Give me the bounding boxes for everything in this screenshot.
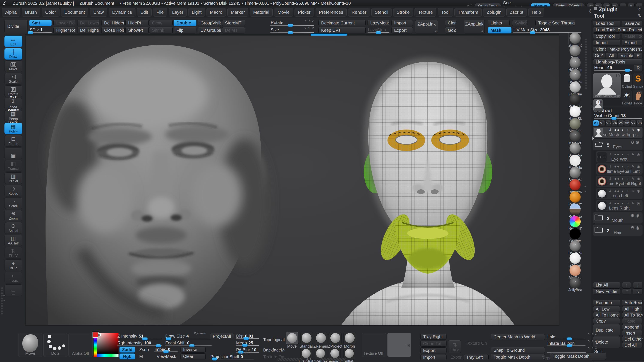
left-tool-polyf[interactable]: Line Fill▦PolyF <box>4 123 22 134</box>
mean-slider-knob[interactable] <box>242 344 248 347</box>
shelf-storemt[interactable]: StoreMT <box>222 20 245 26</box>
material-item-zbro_mo[interactable]: zbro_mo <box>568 32 582 45</box>
material-item-flatcolo[interactable]: FlatColo <box>568 155 582 167</box>
head-slider[interactable]: Head.49 <box>594 65 632 71</box>
subtool-row-lens-right[interactable]: Lens Right⇩ ●● ◐ ◑ ✎ ◉ <box>596 200 643 211</box>
subtool-row-realtime-eyeball-right[interactable]: Realtime Eyeball Right⇩ ●● ◐ ◑ ✎ ◉ <box>596 175 643 187</box>
left-tool-move[interactable]: MMove <box>4 60 22 72</box>
inflate-balloon-slider-track[interactable] <box>547 346 586 346</box>
brush-zremes-2[interactable] <box>315 348 326 360</box>
shelf-export[interactable]: Export <box>391 27 413 33</box>
left-tool-draw[interactable]: ┼Draw <box>4 48 22 60</box>
dist-slider-knob[interactable] <box>244 337 249 340</box>
zplugin-header[interactable]: Zplugin <box>599 6 618 12</box>
inflate-slider-knob[interactable] <box>566 337 572 340</box>
texture-on-dim-button[interactable]: Texture On <box>463 340 488 346</box>
tool-lightbox-tools[interactable]: Lightbox▶Tools <box>593 59 643 65</box>
shelf-divide[interactable]: Divide <box>4 20 28 33</box>
folder-gear-eye-icons[interactable]: ⚙◉ <box>631 225 641 230</box>
subtool-del-other[interactable]: Del Other <box>622 336 643 342</box>
subtool-rename[interactable]: Rename <box>593 300 620 305</box>
shelf-goz[interactable]: GoZ <box>445 27 456 33</box>
subtool-copy[interactable]: Copy <box>593 318 620 324</box>
tool-clone[interactable]: Clone <box>593 46 606 52</box>
menu-stencil[interactable]: Stencil <box>371 8 392 16</box>
material-item-jellybea[interactable]: JellyBea <box>568 277 582 289</box>
material-item-outline[interactable]: Outline <box>568 228 582 240</box>
menu-layer[interactable]: Layer <box>169 8 187 16</box>
material-item-hsvcolo[interactable]: HSVColo <box>568 69 582 81</box>
menu-dynamics[interactable]: Dynamics <box>109 8 136 16</box>
inflate-slider-track[interactable] <box>547 339 586 339</box>
subtool-tab-v7[interactable]: V7 <box>630 120 636 126</box>
menu-brush[interactable]: Brush <box>22 8 40 16</box>
shelf-flip[interactable]: Flip <box>174 27 196 33</box>
shelf-double[interactable]: Double <box>174 20 196 26</box>
material-item-normalr[interactable]: NormalR <box>568 216 582 228</box>
active-alpha-thumb[interactable]: Alpha Off <box>68 333 92 357</box>
subtool-row-hair[interactable]: Hair2⚙◉ <box>592 224 643 236</box>
menu-macro[interactable]: Macro <box>206 8 226 16</box>
left-tool-pt-sel[interactable]: ▥Pt Sel <box>4 172 22 184</box>
left-tool-rotate[interactable]: RRotate <box>4 85 22 97</box>
lazystep-slider-track[interactable] <box>368 32 390 33</box>
shelf-toggle-see-through[interactable]: Toggle See-Through <box>536 20 575 26</box>
left-tool-frame[interactable]: ⊡Frame <box>4 135 22 147</box>
export-dim-button[interactable]: Export <box>448 354 462 360</box>
left-tool-aahalf[interactable]: ◫AAHalf <box>4 235 22 246</box>
brush-inflat-2[interactable] <box>344 348 355 360</box>
projectall-button[interactable]: ProjectAll <box>210 333 234 339</box>
shelf-keep-uvs[interactable]: Keep UVs <box>318 27 366 33</box>
brush-move-1[interactable] <box>286 332 298 345</box>
subtool-tab-v4[interactable]: V4 <box>612 120 618 126</box>
subtool-tab-v3[interactable]: V3 <box>605 120 611 126</box>
z-intensity-slider-knob[interactable] <box>142 337 148 340</box>
left-tool-camera-icon[interactable]: ▣ <box>4 148 22 159</box>
mean-slider[interactable]: Mean25 <box>236 340 259 346</box>
tool-header[interactable]: Tool <box>594 13 604 19</box>
rgb-toggle[interactable]: Rgb <box>119 354 135 360</box>
material-item-satin[interactable]: Satin <box>568 45 582 57</box>
tool-load-tool[interactable]: Load Tool <box>593 20 620 26</box>
subtool-insert[interactable]: Insert <box>622 330 643 336</box>
subtool-up-icon[interactable]: ↑ <box>622 282 631 288</box>
subtool-tab-v2[interactable]: V2 <box>599 120 605 126</box>
folder-gear-eye-icons[interactable]: ⚙◉ <box>631 213 641 218</box>
subtool-enter-icon[interactable]: ⤷ <box>633 289 643 295</box>
lazystep-slider-knob[interactable] <box>376 31 381 34</box>
z-intensity-slider-track[interactable] <box>117 339 162 339</box>
visible-count-slider-track[interactable] <box>594 118 642 119</box>
zplugin-reload-icon[interactable]: ↻ <box>638 7 642 12</box>
left-tool-flip-v[interactable]: ⇅Flip V <box>4 247 22 259</box>
uv-map-size-slider-knob[interactable] <box>530 31 536 34</box>
sdiv-slider-track[interactable] <box>29 32 52 33</box>
brush-standar-1[interactable] <box>300 332 313 345</box>
tool-copy-tool[interactable]: Copy Tool <box>593 33 620 39</box>
bottom-tray-handle-left[interactable] <box>278 358 303 361</box>
menu-file[interactable]: File <box>153 8 167 16</box>
shelf-showpt[interactable]: ShowPt <box>125 27 148 33</box>
center-mesh-to-world-button[interactable]: Center Mesh to World <box>491 334 545 340</box>
inflate-slider[interactable]: flate <box>547 334 586 340</box>
menu-help[interactable]: Help <box>528 8 544 16</box>
left-tool-xpose[interactable]: ◇Xpose <box>4 185 22 196</box>
tool-export[interactable]: Export <box>622 40 643 45</box>
hue-strip-bottom[interactable] <box>97 354 118 357</box>
projectionshell-slider-knob[interactable] <box>212 358 217 361</box>
flip-v-button[interactable]: ⇅Flip V <box>448 340 461 353</box>
material-tray-arrow-left-icon[interactable]: ◂ <box>584 190 586 193</box>
m-toggle[interactable]: M <box>136 354 146 360</box>
menu-movie[interactable]: Movie <box>274 8 293 16</box>
left-tool-zoom[interactable]: ⊕Zoom <box>4 210 22 221</box>
sdiv-slider[interactable]: SDiv1 <box>29 27 52 33</box>
subtool-autoreorder[interactable]: AutoReorder <box>622 300 643 305</box>
menu-zscript[interactable]: Zscript <box>506 8 527 16</box>
texture-flyout-panel[interactable]: Te <box>387 333 411 357</box>
tool-load-tools-from-project[interactable]: Load Tools From Project <box>593 27 643 32</box>
bottom-tray-arrows-icon[interactable]: ▲▼ <box>306 357 312 361</box>
left-tray-arrow-right-icon[interactable]: ▸ <box>4 293 5 297</box>
tool-thumb-simplebrush[interactable]: SSimpleB <box>633 73 643 89</box>
tool-r2[interactable]: R <box>634 65 643 71</box>
subtool-row-eye-wet[interactable]: Eye Wet⇩ ●● ◐ ◑ ✎ ◉ <box>596 151 643 163</box>
export-texture-button[interactable]: Export <box>420 348 446 354</box>
